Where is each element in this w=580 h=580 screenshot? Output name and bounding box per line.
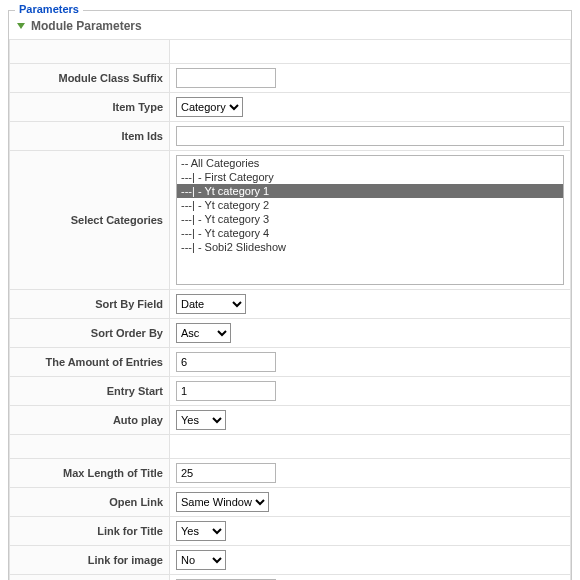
pane-toggle[interactable]: Module Parameters bbox=[9, 11, 571, 39]
max-length-title-input[interactable] bbox=[176, 463, 276, 483]
label-auto-play: Auto play bbox=[10, 406, 170, 435]
auto-play-select[interactable]: Yes bbox=[176, 410, 226, 430]
category-option[interactable]: ---| - Yt category 4 bbox=[177, 226, 563, 240]
category-option[interactable]: ---| - First Category bbox=[177, 170, 563, 184]
link-for-title-select[interactable]: Yes bbox=[176, 521, 226, 541]
label-select-categories: Select Categories bbox=[10, 151, 170, 290]
chevron-down-icon bbox=[17, 23, 25, 29]
section-title-link: Title Options and Link Options bbox=[170, 435, 571, 459]
label-desc-box-width: Desc box Width bbox=[10, 575, 170, 581]
label-sort-by-field: Sort By Field bbox=[10, 290, 170, 319]
label-link-for-image: Link for image bbox=[10, 546, 170, 575]
label-amount-entries: The Amount of Entries bbox=[10, 348, 170, 377]
amount-entries-input[interactable] bbox=[176, 352, 276, 372]
module-class-suffix-input[interactable] bbox=[176, 68, 276, 88]
params-table: General Settings Module Class Suffix Ite… bbox=[9, 39, 571, 580]
open-link-select[interactable]: Same Window bbox=[176, 492, 269, 512]
fieldset-legend: Parameters bbox=[15, 3, 83, 15]
sort-by-field-select[interactable]: Date bbox=[176, 294, 246, 314]
category-option[interactable]: -- All Categories bbox=[177, 156, 563, 170]
item-type-select[interactable]: Category bbox=[176, 97, 243, 117]
category-option[interactable]: ---| - Yt category 1 bbox=[177, 184, 563, 198]
category-option[interactable]: ---| - Yt category 3 bbox=[177, 212, 563, 226]
category-option[interactable]: ---| - Sobi2 Slideshow bbox=[177, 240, 563, 254]
sort-order-by-select[interactable]: Asc bbox=[176, 323, 231, 343]
parameters-fieldset: Parameters Module Parameters General Set… bbox=[8, 10, 572, 580]
category-option[interactable]: ---| - Yt category 2 bbox=[177, 198, 563, 212]
label-max-length-title: Max Length of Title bbox=[10, 459, 170, 488]
select-categories-listbox[interactable]: -- All Categories---| - First Category--… bbox=[176, 155, 564, 285]
label-entry-start: Entry Start bbox=[10, 377, 170, 406]
section-general: General Settings bbox=[170, 40, 571, 64]
label-link-for-title: Link for Title bbox=[10, 517, 170, 546]
label-module-class-suffix: Module Class Suffix bbox=[10, 64, 170, 93]
entry-start-input[interactable] bbox=[176, 381, 276, 401]
label-item-ids: Item Ids bbox=[10, 122, 170, 151]
label-sort-order-by: Sort Order By bbox=[10, 319, 170, 348]
item-ids-input[interactable] bbox=[176, 126, 564, 146]
pane-title: Module Parameters bbox=[31, 19, 142, 33]
label-item-type: Item Type bbox=[10, 93, 170, 122]
label-open-link: Open Link bbox=[10, 488, 170, 517]
link-for-image-select[interactable]: No bbox=[176, 550, 226, 570]
